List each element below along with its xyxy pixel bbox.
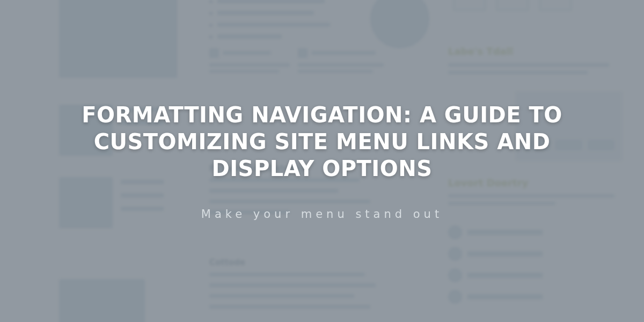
hero-title: FORMATTING NAVIGATION: A GUIDE TO CUSTOM… xyxy=(59,101,585,182)
hero-subtitle: Make your menu stand out xyxy=(201,208,443,221)
hero-banner: Labe's Tdall Fedades toe Datoges Lovort … xyxy=(0,0,644,322)
hero-text-container: FORMATTING NAVIGATION: A GUIDE TO CUSTOM… xyxy=(0,0,644,322)
